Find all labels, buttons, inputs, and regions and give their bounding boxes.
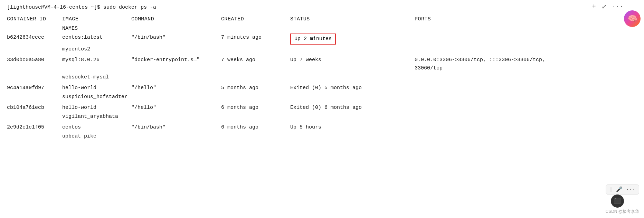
table-row: 9c4a14a9fd97 hello-world "/hello" 5 mont… xyxy=(7,84,637,93)
names-row: websocket-mysql xyxy=(7,73,637,84)
cell-image: hello-world xyxy=(62,84,131,93)
ai-icon-button[interactable]: 🧠 xyxy=(624,10,641,27)
csdn-watermark: CSDN @极客李华 xyxy=(605,209,639,215)
cell-created: 7 weeks ago xyxy=(221,56,290,73)
ai-brain-icon: 🧠 xyxy=(628,14,637,23)
cell-ports xyxy=(415,103,637,112)
cell-names: mycentos2 xyxy=(62,45,637,56)
names-spacer xyxy=(7,73,62,84)
names-header-row: NAMES xyxy=(7,24,637,33)
col-header-status: STATUS xyxy=(290,14,415,24)
status-cell: Up 5 hours xyxy=(290,123,415,132)
cell-ports xyxy=(415,84,637,93)
cell-created: 6 months ago xyxy=(221,103,290,112)
status-cell: Exited (0) 6 months ago xyxy=(290,103,415,112)
cell-id: 33d0bc0a5a80 xyxy=(7,56,62,73)
names-spacer xyxy=(7,45,62,56)
cell-created: 7 minutes ago xyxy=(221,33,290,45)
names-row: mycentos2 xyxy=(7,45,637,56)
cell-created: 5 months ago xyxy=(221,84,290,93)
col-header-created: CREATED xyxy=(221,14,290,24)
table-body: b6242634ccec centos:latest "/bin/bash" 7… xyxy=(7,33,637,143)
col-header-names: NAMES xyxy=(62,24,637,33)
col-header-image: IMAGE xyxy=(62,14,131,24)
status-cell: Up 2 minutes xyxy=(290,33,415,45)
table-row: 2e9d2c1c1f05 centos "/bin/bash" 6 months… xyxy=(7,123,637,132)
table-row: 33d0bc0a5a80 mysql:8.0.26 "docker-entryp… xyxy=(7,56,637,73)
status-cell: Exited (0) 5 months ago xyxy=(290,84,415,93)
cell-created: 6 months ago xyxy=(221,123,290,132)
top-right-toolbar: + ⤢ ··· xyxy=(592,3,623,10)
circle-button[interactable]: ⬛ xyxy=(611,195,624,208)
names-spacer xyxy=(7,112,62,123)
prompt-text: [lighthouse@VM-4-16-centos ~]$ sudo dock… xyxy=(7,4,156,10)
add-icon[interactable]: + xyxy=(592,3,596,10)
col-header-id: CONTAINER ID xyxy=(7,14,62,24)
cell-ports xyxy=(415,123,637,132)
cursor-icon: | xyxy=(609,187,613,192)
names-spacer xyxy=(7,132,62,143)
circle-button-icon: ⬛ xyxy=(614,198,621,205)
cell-command: "/bin/bash" xyxy=(131,33,221,45)
names-row: vigilant_aryabhata xyxy=(7,112,637,123)
table-header: CONTAINER ID IMAGE COMMAND CREATED STATU… xyxy=(7,14,637,24)
cell-ports: 0.0.0.0:3306->3306/tcp, :::3306->3306/tc… xyxy=(415,56,637,73)
table-row: b6242634ccec centos:latest "/bin/bash" 7… xyxy=(7,33,637,45)
docker-table: CONTAINER ID IMAGE COMMAND CREATED STATU… xyxy=(7,14,637,143)
status-highlighted: Up 2 minutes xyxy=(290,34,336,45)
prompt-line: [lighthouse@VM-4-16-centos ~]$ sudo dock… xyxy=(7,3,637,12)
terminal-area: [lighthouse@VM-4-16-centos ~]$ sudo dock… xyxy=(0,0,644,146)
col-header-command: COMMAND xyxy=(131,14,221,24)
cell-id: cb104a761ecb xyxy=(7,103,62,112)
mic-icon[interactable]: 🎤 xyxy=(616,186,623,193)
cell-names: websocket-mysql xyxy=(62,73,637,84)
col-header-names-spacer xyxy=(7,24,62,33)
cell-command: "/hello" xyxy=(131,103,221,112)
share-icon[interactable]: ⤢ xyxy=(602,3,607,10)
table-row: cb104a761ecb hello-world "/hello" 6 mont… xyxy=(7,103,637,112)
cell-image: mysql:8.0.26 xyxy=(62,56,131,73)
cell-image: centos xyxy=(62,123,131,132)
cell-ports xyxy=(415,33,637,45)
cell-names: upbeat_pike xyxy=(62,132,637,143)
status-cell: Up 7 weeks xyxy=(290,56,415,73)
cell-command: "/bin/bash" xyxy=(131,123,221,132)
cell-names: suspicious_hofstadter xyxy=(62,93,637,103)
cell-command: "docker-entrypoint.s…" xyxy=(131,56,221,73)
cell-command: "/hello" xyxy=(131,84,221,93)
bottom-more-icon[interactable]: ··· xyxy=(626,187,635,192)
cell-names: vigilant_aryabhata xyxy=(62,112,637,123)
col-header-ports: PORTS xyxy=(415,14,637,24)
cell-id: b6242634ccec xyxy=(7,33,62,45)
cell-image: centos:latest xyxy=(62,33,131,45)
names-row: suspicious_hofstadter xyxy=(7,93,637,103)
cell-id: 9c4a14a9fd97 xyxy=(7,84,62,93)
more-icon[interactable]: ··· xyxy=(612,3,623,10)
cell-image: hello-world xyxy=(62,103,131,112)
names-row: upbeat_pike xyxy=(7,132,637,143)
names-spacer xyxy=(7,93,62,103)
bottom-right-toolbar: | 🎤 ··· xyxy=(606,184,639,195)
cell-id: 2e9d2c1c1f05 xyxy=(7,123,62,132)
